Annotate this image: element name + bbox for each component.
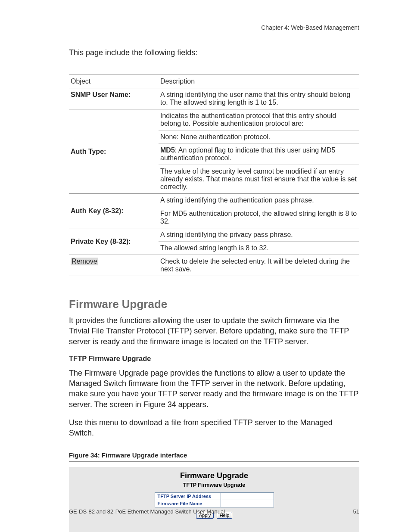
section-para-3: Use this menu to download a file from sp…	[69, 417, 359, 439]
figure-rule	[69, 461, 359, 462]
panel-subtitle: TFTP Firmware Upgrade	[183, 482, 245, 488]
row-remove-desc: Check to delete the selected entry. It w…	[159, 255, 359, 276]
figure-34-panel: Firmware Upgrade TFTP Firmware Upgrade T…	[69, 467, 359, 532]
row-auth-type-desc-0: Indicates the authentication protocol th…	[159, 109, 359, 131]
col-header-object: Object	[69, 75, 159, 88]
footer-left: GE-DS-82 and 82-PoE Ethernet Managed Swi…	[69, 508, 225, 515]
row-private-key-desc-0: A string identifying the privacy pass ph…	[159, 228, 359, 242]
firmware-file-input[interactable]	[221, 500, 274, 507]
row-auth-type-desc-3: The value of the security level cannot b…	[159, 165, 359, 194]
col-header-description: Description	[159, 75, 359, 88]
chapter-header: Chapter 4: Web-Based Management	[69, 24, 359, 31]
section-para-1: It provides the functions allowing the u…	[69, 315, 359, 347]
row-private-key-desc-1: The allowed string length is 8 to 32.	[159, 242, 359, 255]
row-remove-object: Remove	[69, 255, 159, 276]
figure-caption: Figure 34: Firmware Upgrade interface	[69, 451, 359, 459]
row-auth-key-desc-0: A string identifying the authentication …	[159, 194, 359, 207]
section-subheading: TFTP Firmware Upgrade	[69, 355, 359, 363]
row-snmp-user-object: SNMP User Name:	[69, 88, 159, 109]
row-snmp-user-desc: A string identifying the user name that …	[159, 88, 359, 109]
section-para-2: The Firmware Upgrade page provides the f…	[69, 368, 359, 410]
row-auth-key-object: Auth Key (8-32):	[69, 194, 159, 228]
row-auth-type-desc-2: MD5: An optional flag to indicate that t…	[159, 144, 359, 165]
firmware-file-label: Firmware File Name	[155, 500, 221, 507]
row-auth-key-desc-1: For MD5 authentication protocol, the all…	[159, 207, 359, 228]
tftp-ip-label: TFTP Server IP Address	[155, 492, 221, 500]
section-title: Firmware Upgrade	[69, 298, 359, 311]
row-auth-type-object: Auth Type:	[69, 109, 159, 194]
fields-table: Object Description SNMP User Name: A str…	[69, 75, 359, 276]
tftp-form: TFTP Server IP Address Firmware File Nam…	[155, 492, 274, 507]
footer-page-number: 51	[353, 508, 359, 515]
intro-text: This page include the following fields:	[69, 48, 359, 57]
row-private-key-object: Private Key (8-32):	[69, 228, 159, 255]
panel-title: Firmware Upgrade	[180, 471, 248, 480]
tftp-ip-input[interactable]	[221, 492, 274, 500]
row-auth-type-desc-1: None: None authentication protocol.	[159, 131, 359, 144]
